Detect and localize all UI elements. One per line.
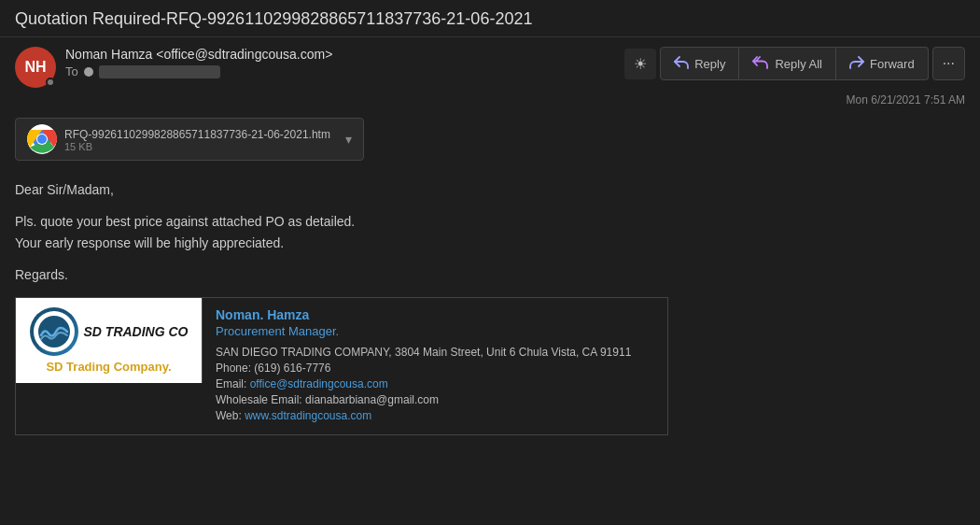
sd-inner bbox=[34, 311, 75, 352]
reply-icon bbox=[674, 56, 689, 72]
logo-text-wrapper: SD TRADING CO bbox=[84, 324, 189, 339]
signature-area: SD TRADING CO SD Trading Company. Noman.… bbox=[15, 297, 668, 435]
chrome-icon bbox=[27, 124, 57, 154]
forward-label: Forward bbox=[870, 57, 915, 71]
logo-text-main: SD TRADING CO bbox=[84, 324, 189, 339]
contact-name: Noman. Hamza bbox=[216, 307, 631, 322]
email-container: Quotation Required-RFQ-99261102998288657… bbox=[0, 0, 980, 525]
avatar-initials: NH bbox=[24, 59, 46, 76]
wholesale-email: dianabarbiana@gmail.com bbox=[305, 393, 439, 406]
brightness-icon: ☀ bbox=[634, 55, 647, 73]
contact-title: Procurement Manager. bbox=[216, 324, 631, 338]
body-greeting: Dear Sir/Madam, bbox=[15, 179, 965, 200]
body-line1: Pls. quote your best price against attac… bbox=[15, 211, 965, 253]
body-closing: Regards. bbox=[15, 264, 965, 285]
contact-email-row: Email: office@sdtradingcousa.com bbox=[216, 377, 631, 390]
email-body: Dear Sir/Madam, Pls. quote your best pri… bbox=[0, 170, 980, 525]
contact-wholesale-row: Wholesale Email: dianabarbiana@gmail.com bbox=[216, 393, 631, 406]
sender-info: NH Noman Hamza <office@sdtradingcousa.co… bbox=[15, 47, 332, 88]
to-row: To bbox=[65, 64, 332, 78]
reply-all-label: Reply All bbox=[775, 57, 822, 71]
header-row: NH Noman Hamza <office@sdtradingcousa.co… bbox=[0, 37, 980, 93]
logo-section: SD TRADING CO SD Trading Company. bbox=[16, 298, 203, 383]
forward-button[interactable]: Forward bbox=[836, 47, 929, 80]
attachment-info: RFQ-9926110299828865711837736-21-06-2021… bbox=[64, 126, 330, 152]
svg-point-3 bbox=[37, 135, 47, 144]
avatar: NH bbox=[15, 47, 56, 88]
email-subject: Quotation Required-RFQ-99261102998288657… bbox=[15, 9, 532, 28]
sender-name: Noman Hamza <office@sdtradingcousa.com> bbox=[65, 47, 332, 62]
more-icon: ··· bbox=[943, 55, 955, 72]
reply-all-icon bbox=[752, 56, 769, 72]
more-button[interactable]: ··· bbox=[932, 47, 965, 80]
wave-icon bbox=[37, 315, 71, 348]
timestamp-row: Mon 6/21/2021 7:51 AM bbox=[0, 93, 980, 112]
to-email-redacted bbox=[99, 65, 220, 78]
attachment-item[interactable]: RFQ-9926110299828865711837736-21-06-2021… bbox=[15, 118, 364, 161]
contact-email-link[interactable]: office@sdtradingcousa.com bbox=[250, 377, 388, 390]
reply-all-button[interactable]: Reply All bbox=[739, 47, 836, 80]
reply-label: Reply bbox=[694, 57, 725, 71]
chevron-down-icon[interactable]: ▾ bbox=[345, 132, 352, 147]
sd-logo-circle bbox=[30, 307, 78, 356]
title-bar: Quotation Required-RFQ-99261102998288657… bbox=[0, 0, 980, 37]
wholesale-label: Wholesale Email: bbox=[216, 393, 302, 406]
forward-icon bbox=[849, 56, 864, 72]
contact-section: Noman. Hamza Procurement Manager. SAN DI… bbox=[203, 298, 644, 434]
contact-web-link[interactable]: www.sdtradingcousa.com bbox=[245, 409, 371, 422]
sender-details: Noman Hamza <office@sdtradingcousa.com> … bbox=[65, 47, 332, 78]
brightness-button[interactable]: ☀ bbox=[624, 49, 656, 79]
contact-web-row: Web: www.sdtradingcousa.com bbox=[216, 409, 631, 422]
attachment-size: 15 KB bbox=[64, 141, 330, 152]
contact-address: SAN DIEGO TRADING COMPANY, 3804 Main Str… bbox=[216, 346, 631, 359]
action-buttons: ☀ Reply bbox=[624, 47, 965, 80]
attachment-area: RFQ-9926110299828865711837736-21-06-2021… bbox=[0, 112, 980, 170]
logo-tagline: SD Trading Company. bbox=[46, 360, 171, 374]
reply-button[interactable]: Reply bbox=[660, 47, 739, 80]
attachment-filename: RFQ-9926110299828865711837736-21-06-2021… bbox=[64, 128, 330, 141]
logo-wrapper: SD TRADING CO bbox=[30, 307, 189, 356]
to-label: To bbox=[65, 64, 78, 78]
web-label: Web: bbox=[216, 409, 245, 422]
avatar-badge bbox=[46, 78, 55, 87]
timestamp: Mon 6/21/2021 7:51 AM bbox=[847, 93, 965, 106]
email-label: Email: bbox=[216, 377, 250, 390]
to-indicator bbox=[84, 67, 93, 77]
contact-phone: Phone: (619) 616-7776 bbox=[216, 362, 631, 375]
